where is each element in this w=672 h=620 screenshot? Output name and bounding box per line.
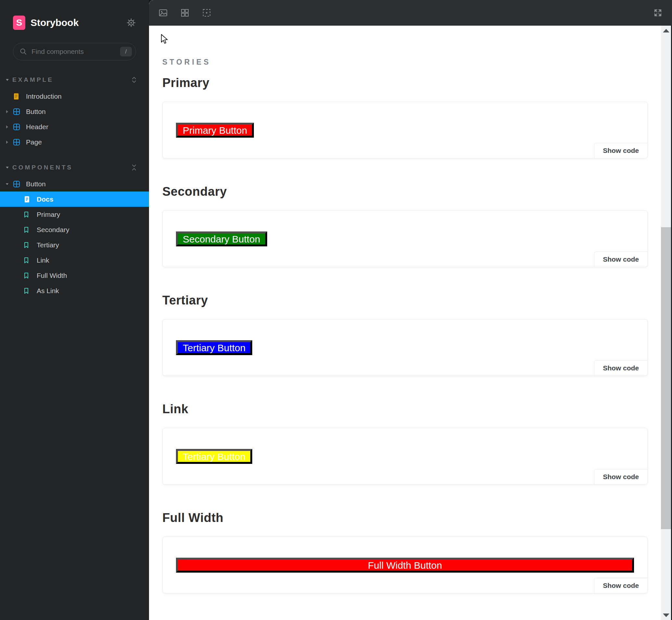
- sidebar-item-label: Button: [26, 180, 46, 188]
- chevron-right-icon[interactable]: [5, 125, 9, 129]
- sidebar-item-tertiary[interactable]: Tertiary: [0, 237, 149, 253]
- story-preview-block: Tertiary Button Show code: [162, 319, 648, 376]
- story-section: Link Tertiary Button Show code: [162, 402, 648, 485]
- search-input[interactable]: [27, 48, 120, 55]
- bookmark-icon: [24, 287, 31, 295]
- component-tree: EXAMPLE Introduction Button Header Page …: [0, 75, 149, 298]
- sidebar-section-header[interactable]: COMPONENTS: [0, 163, 149, 172]
- sidebar-item-page[interactable]: Page: [0, 135, 149, 150]
- sidebar-item-label: Page: [26, 138, 42, 146]
- scrollbar-thumb[interactable]: [661, 227, 671, 529]
- sidebar-section: EXAMPLE Introduction Button Header Page: [0, 75, 149, 150]
- sidebar-item-introduction[interactable]: Introduction: [0, 89, 149, 104]
- show-code-button[interactable]: Show code: [594, 360, 647, 375]
- doc-icon: [13, 93, 20, 100]
- story-title: Link: [162, 402, 648, 416]
- story-section: Full Width Full Width Button Show code: [162, 511, 648, 593]
- collapse-icon[interactable]: [131, 164, 137, 171]
- sidebar-item-primary[interactable]: Primary: [0, 207, 149, 222]
- component-icon: [13, 139, 20, 146]
- story-preview-block: Primary Button Show code: [162, 102, 648, 158]
- sidebar-item-as-link[interactable]: As Link: [0, 283, 149, 298]
- demo-button-full-width[interactable]: Full Width Button: [176, 558, 634, 573]
- sidebar-item-button[interactable]: Button: [0, 176, 149, 192]
- demo-button-link[interactable]: Tertiary Button: [176, 449, 252, 464]
- demo-button-tertiary[interactable]: Tertiary Button: [176, 340, 252, 355]
- scroll-up-icon[interactable]: [661, 25, 671, 35]
- sidebar-section-header[interactable]: EXAMPLE: [0, 75, 149, 85]
- bookmark-icon: [24, 226, 31, 234]
- sidebar-item-label: Link: [37, 256, 49, 264]
- chevron-down-icon: [5, 78, 10, 82]
- sidebar-item-label: Tertiary: [37, 241, 59, 249]
- gear-icon[interactable]: [126, 18, 136, 28]
- sidebar-item-label: Docs: [37, 195, 53, 203]
- scroll-down-icon[interactable]: [661, 610, 671, 620]
- show-code-button[interactable]: Show code: [594, 143, 647, 158]
- bookmark-icon: [24, 272, 31, 279]
- fullscreen-icon[interactable]: [654, 8, 662, 17]
- main-area: STORIES Primary Primary Button Show code…: [149, 0, 672, 620]
- storybook-app: S Storybook: [0, 0, 672, 620]
- bookmark-icon: [24, 257, 31, 264]
- sidebar-section: COMPONENTS Button Docs Primary Secondary…: [0, 163, 149, 298]
- sidebar: S Storybook: [0, 0, 149, 620]
- search-icon: [20, 48, 27, 55]
- sidebar-item-label: As Link: [37, 287, 59, 295]
- doc-white-icon: [24, 196, 31, 203]
- chevron-down-icon: [5, 165, 10, 169]
- docs-canvas: STORIES Primary Primary Button Show code…: [149, 25, 661, 620]
- sidebar-item-full-width[interactable]: Full Width: [0, 268, 149, 283]
- sidebar-item-link[interactable]: Link: [0, 253, 149, 268]
- sidebar-item-label: Full Width: [37, 272, 67, 279]
- sidebar-item-button[interactable]: Button: [0, 104, 149, 119]
- story-title: Primary: [162, 75, 648, 90]
- outline-tool-icon[interactable]: [202, 8, 211, 17]
- scrollbar[interactable]: [661, 25, 671, 620]
- sidebar-item-label: Introduction: [26, 93, 62, 100]
- sidebar-item-secondary[interactable]: Secondary: [0, 222, 149, 237]
- story-title: Secondary: [162, 185, 648, 199]
- search-box[interactable]: /: [13, 43, 136, 60]
- sidebar-section-label: COMPONENTS: [12, 164, 131, 171]
- sidebar-item-label: Header: [26, 123, 48, 131]
- show-code-button[interactable]: Show code: [594, 252, 647, 267]
- show-code-button[interactable]: Show code: [594, 578, 647, 593]
- sidebar-item-header[interactable]: Header: [0, 119, 149, 135]
- story-preview-block: Secondary Button Show code: [162, 210, 648, 267]
- show-code-button[interactable]: Show code: [594, 469, 647, 484]
- story-preview-block: Full Width Button Show code: [162, 536, 648, 593]
- chevron-right-icon[interactable]: [5, 109, 9, 114]
- sidebar-item-docs[interactable]: Docs: [0, 192, 149, 207]
- story-preview-block: Tertiary Button Show code: [162, 428, 648, 485]
- storybook-logo: S: [13, 15, 25, 30]
- demo-button-primary[interactable]: Primary Button: [176, 123, 254, 138]
- sidebar-item-label: Button: [26, 108, 46, 115]
- bookmark-icon: [24, 242, 31, 249]
- image-tool-icon[interactable]: [159, 8, 167, 17]
- chevron-down-icon[interactable]: [5, 182, 9, 186]
- search-shortcut-key: /: [120, 47, 132, 56]
- canvas-panel: STORIES Primary Primary Button Show code…: [149, 0, 672, 620]
- bookmark-icon: [24, 211, 31, 218]
- chevron-right-icon[interactable]: [5, 140, 9, 145]
- expand-toggle-icon[interactable]: [131, 76, 137, 84]
- component-icon: [13, 123, 20, 131]
- demo-button-secondary[interactable]: Secondary Button: [176, 231, 267, 246]
- app-title: Storybook: [31, 17, 126, 28]
- sidebar-item-label: Secondary: [37, 226, 69, 234]
- story-title: Tertiary: [162, 293, 648, 307]
- story-section: Primary Primary Button Show code: [162, 75, 648, 158]
- sidebar-item-label: Primary: [37, 211, 60, 218]
- canvas-toolbar: [149, 0, 672, 25]
- stories-eyebrow: STORIES: [162, 58, 648, 66]
- sidebar-header: S Storybook: [0, 0, 149, 30]
- story-title: Full Width: [162, 511, 648, 525]
- component-icon: [13, 180, 20, 188]
- component-icon: [13, 108, 20, 115]
- sidebar-section-label: EXAMPLE: [12, 76, 131, 84]
- story-section: Tertiary Tertiary Button Show code: [162, 293, 648, 376]
- grid-tool-icon[interactable]: [180, 8, 189, 17]
- story-section: Secondary Secondary Button Show code: [162, 185, 648, 267]
- story-sections: Primary Primary Button Show code Seconda…: [162, 75, 648, 593]
